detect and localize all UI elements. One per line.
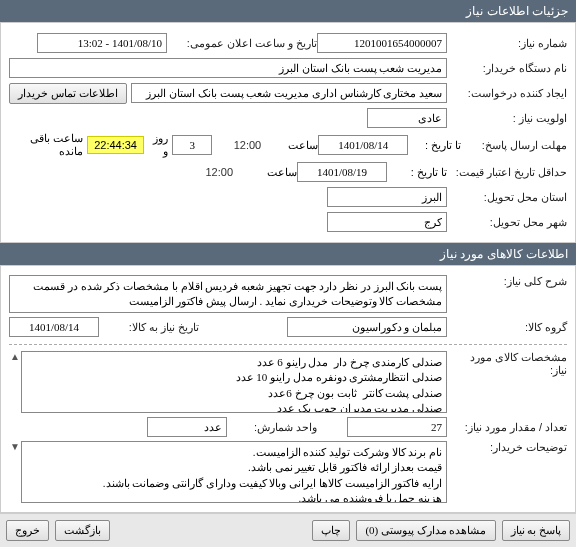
label-unit: واحد شمارش: [227, 421, 317, 434]
chevron-up-icon[interactable]: ▲ [9, 351, 21, 362]
qty-input[interactable] [347, 417, 447, 437]
label-time: ساعت [265, 139, 318, 152]
province-input[interactable] [327, 187, 447, 207]
group-input[interactable] [287, 317, 447, 337]
deadline-time-value: 12:00 [230, 139, 266, 151]
label-validity-time: ساعت [237, 166, 297, 179]
creator-input[interactable] [131, 83, 448, 103]
label-qty: تعداد / مقدار مورد نیاز: [447, 421, 567, 434]
spec-textarea[interactable] [21, 351, 447, 413]
label-days-and: روز و [144, 132, 172, 158]
desc-textarea[interactable] [9, 275, 447, 313]
label-city: شهر محل تحویل: [447, 216, 567, 229]
label-creator: ایجاد کننده درخواست: [447, 87, 567, 100]
need-date-input[interactable] [9, 317, 99, 337]
deadline-date-input[interactable] [318, 135, 408, 155]
city-input[interactable] [327, 212, 447, 232]
print-button[interactable]: چاپ [312, 520, 350, 541]
unit-input[interactable] [147, 417, 227, 437]
label-buyer: نام دستگاه خریدار: [447, 62, 567, 75]
attachments-button[interactable]: مشاهده مدارک پیوستی (0) [356, 520, 495, 541]
label-province: استان محل تحویل: [447, 191, 567, 204]
countdown-timer: 22:44:34 [87, 136, 144, 154]
label-desc: شرح کلی نیاز: [447, 275, 567, 288]
section-header-goods: اطلاعات کالاهای مورد نیاز [0, 243, 576, 265]
separator [9, 344, 567, 345]
priority-input[interactable] [367, 108, 447, 128]
label-validity-to: تا تاریخ : [387, 166, 447, 179]
form-need-details: شماره نیاز: تاریخ و ساعت اعلان عمومی: نا… [0, 22, 576, 243]
notes-textarea[interactable] [21, 441, 447, 503]
validity-date-input[interactable] [297, 162, 387, 182]
label-need-no: شماره نیاز: [447, 37, 567, 50]
label-priority: اولویت نیاز : [447, 112, 567, 125]
buyer-input[interactable] [9, 58, 447, 78]
reply-button[interactable]: پاسخ به نیاز [502, 520, 571, 541]
need-no-input[interactable] [317, 33, 447, 53]
label-need-date: تاریخ نیاز به کالا: [99, 321, 199, 334]
label-spec: مشخصات کالای مورد نیاز: [447, 351, 567, 377]
label-validity: حداقل تاریخ اعتبار قیمت: [447, 166, 567, 179]
form-goods: شرح کلی نیاز: گروه کالا: تاریخ نیاز به ک… [0, 265, 576, 513]
label-announce-datetime: تاریخ و ساعت اعلان عمومی: [167, 37, 317, 50]
footer-toolbar: پاسخ به نیاز مشاهده مدارک پیوستی (0) چاپ… [0, 513, 576, 547]
announce-datetime-input[interactable] [37, 33, 167, 53]
section-header-need-details: جزئیات اطلاعات نیاز [0, 0, 576, 22]
buyer-contact-button[interactable]: اطلاعات تماس خریدار [9, 83, 127, 104]
label-remaining: ساعت باقی مانده [9, 132, 87, 158]
label-to-date: تا تاریخ : [408, 139, 461, 152]
chevron-down-icon[interactable]: ▼ [9, 441, 21, 452]
label-group: گروه کالا: [447, 321, 567, 334]
exit-button[interactable]: خروج [6, 520, 49, 541]
label-deadline: مهلت ارسال پاسخ: [461, 139, 567, 152]
back-button[interactable]: بازگشت [55, 520, 110, 541]
validity-time-value: 12:00 [201, 166, 237, 178]
label-notes: توضیحات خریدار: [447, 441, 567, 454]
days-remaining-input [172, 135, 212, 155]
